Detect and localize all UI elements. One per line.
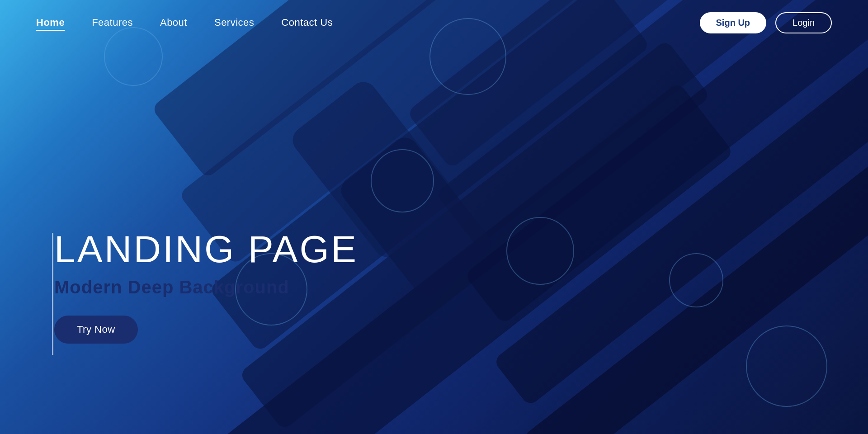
nav-item-features[interactable]: Features	[92, 17, 133, 28]
navbar: Home Features About Services Contact Us …	[0, 0, 868, 45]
bg-circle-3	[371, 149, 434, 212]
nav-item-services[interactable]: Services	[214, 17, 254, 28]
hero-divider	[52, 233, 53, 355]
nav-item-contact[interactable]: Contact Us	[281, 17, 333, 28]
hero-content: LANDING PAGE Modern Deep Background Try …	[54, 230, 358, 344]
nav-link-features[interactable]: Features	[92, 17, 133, 28]
bg-circle-5	[506, 217, 574, 285]
nav-right: Sign Up Login	[700, 12, 832, 33]
nav-link-services[interactable]: Services	[214, 17, 254, 28]
bg-circle-7	[669, 253, 723, 307]
hero-section: Home Features About Services Contact Us …	[0, 0, 868, 434]
bg-shapes	[0, 0, 868, 434]
bg-circle-6	[746, 326, 827, 407]
signup-button[interactable]: Sign Up	[700, 12, 767, 33]
hero-title: LANDING PAGE	[54, 230, 358, 268]
nav-link-about[interactable]: About	[160, 17, 187, 28]
nav-item-home[interactable]: Home	[36, 17, 65, 28]
nav-links: Home Features About Services Contact Us	[36, 17, 333, 28]
nav-link-home[interactable]: Home	[36, 17, 65, 31]
nav-link-contact[interactable]: Contact Us	[281, 17, 333, 28]
nav-item-about[interactable]: About	[160, 17, 187, 28]
hero-subtitle: Modern Deep Background	[54, 277, 358, 297]
login-button[interactable]: Login	[775, 12, 832, 33]
try-now-button[interactable]: Try Now	[54, 316, 138, 344]
